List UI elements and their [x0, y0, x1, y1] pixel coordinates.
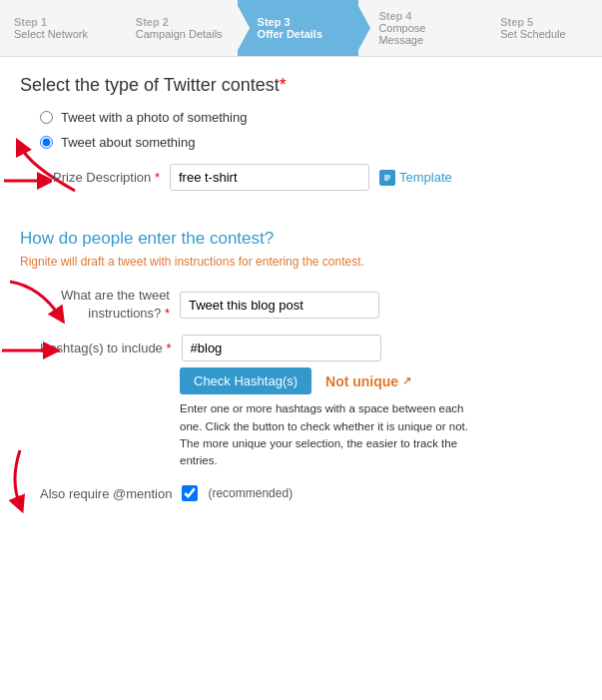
prize-label: Prize Description * — [40, 170, 160, 185]
section-contest-type: Select the type of Twitter contest* Twee… — [20, 75, 582, 191]
step-2-label: Campaign Details — [136, 28, 223, 40]
step-4-num: Step 4 — [378, 10, 466, 22]
step-1[interactable]: Step 1 Select Network — [0, 0, 116, 56]
step-5-label: Set Schedule — [500, 28, 565, 40]
radio-option-1[interactable]: Tweet with a photo of something — [40, 110, 582, 125]
external-link-icon: ↗ — [402, 374, 411, 387]
radio-about-label: Tweet about something — [61, 135, 195, 150]
main-content: Select the type of Twitter contest* Twee… — [0, 57, 602, 541]
section-title-2: How do people enter the contest? — [20, 229, 582, 249]
arrow-mention — [0, 445, 70, 515]
section-subtitle: Rignite will draft a tweet with instruct… — [20, 255, 582, 269]
arrow-hashtag — [0, 339, 60, 362]
step-3[interactable]: Step 3 Offer Details — [238, 0, 359, 56]
radio-photo-label: Tweet with a photo of something — [61, 110, 247, 125]
hashtag-help-text: Enter one or more hashtags with a space … — [180, 400, 479, 469]
section-title-1: Select the type of Twitter contest* — [20, 75, 582, 96]
steps-bar: Step 1 Select Network Step 2 Campaign De… — [0, 0, 602, 57]
radio-option-2[interactable]: Tweet about something — [40, 135, 582, 150]
template-link[interactable]: Template — [379, 170, 452, 186]
step-1-num: Step 1 — [14, 16, 88, 28]
not-unique-status: Not unique ↗ — [325, 373, 411, 389]
mention-recommended: (recommended) — [208, 486, 293, 500]
template-icon — [379, 170, 395, 186]
section-enter-contest: How do people enter the contest? Rignite… — [20, 229, 582, 501]
tweet-instructions-input[interactable] — [180, 292, 379, 319]
arrow-prize — [2, 170, 52, 192]
step-3-label: Offer Details — [258, 28, 322, 40]
prize-input[interactable] — [170, 164, 369, 191]
step-5-num: Step 5 — [500, 16, 565, 28]
mention-checkbox[interactable] — [182, 485, 198, 501]
arrow-tweet-instructions — [0, 277, 70, 327]
radio-photo[interactable] — [40, 111, 53, 124]
step-5[interactable]: Step 5 Set Schedule — [480, 0, 602, 56]
step-4[interactable]: Step 4 Compose Message — [358, 0, 480, 56]
step-3-num: Step 3 — [258, 16, 322, 28]
step-2[interactable]: Step 2 Campaign Details — [116, 0, 238, 56]
step-4-label: Compose Message — [378, 22, 466, 46]
step-2-num: Step 2 — [136, 16, 223, 28]
step-1-label: Select Network — [14, 28, 88, 40]
hashtag-input[interactable] — [182, 335, 381, 361]
template-label: Template — [399, 170, 452, 185]
check-hashtag-button[interactable]: Check Hashtag(s) — [180, 367, 311, 394]
